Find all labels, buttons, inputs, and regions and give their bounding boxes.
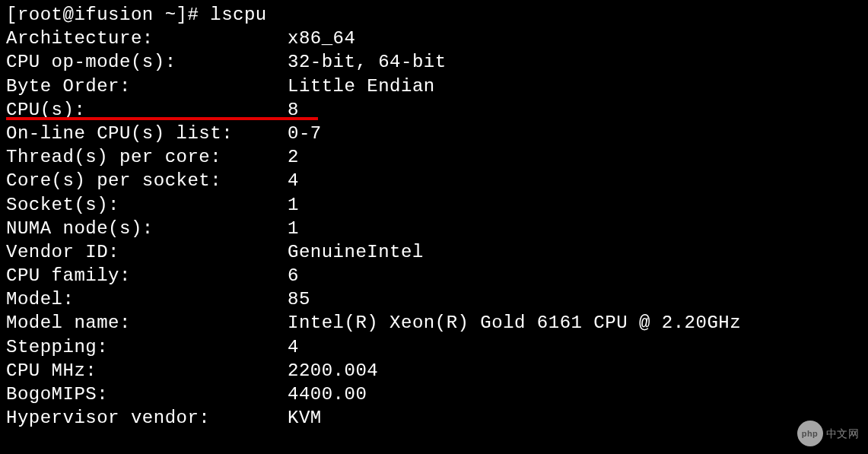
output-row: CPU op-mode(s):32-bit, 64-bit <box>6 50 862 74</box>
output-key: Model name: <box>6 311 288 335</box>
output-row: On-line CPU(s) list:0-7 <box>6 122 862 145</box>
output-row: CPU family:6 <box>6 264 862 287</box>
output-value: 2200.004 <box>288 360 378 381</box>
output-row: Thread(s) per core:2 <box>6 145 862 169</box>
output-value: 32-bit, 64-bit <box>288 52 447 72</box>
output-key: CPU family: <box>6 264 288 287</box>
output-value: 4400.00 <box>288 384 367 405</box>
watermark-label: 中文网 <box>826 427 860 440</box>
output-value: 4 <box>288 170 299 191</box>
output-key: Socket(s): <box>6 193 288 217</box>
output-row: Hypervisor vendor:KVM <box>6 406 862 430</box>
output-row: Byte Order:Little Endian <box>6 75 862 98</box>
shell-prompt: [root@ifusion ~]# <box>6 5 210 25</box>
output-row: NUMA node(s):1 <box>6 217 862 240</box>
highlight-underline <box>6 117 318 120</box>
output-value: 4 <box>288 337 299 357</box>
output-key: Architecture: <box>6 27 288 50</box>
output-row: Socket(s):1 <box>6 193 862 217</box>
output-value: Intel(R) Xeon(R) Gold 6161 CPU @ 2.20GHz <box>288 313 741 333</box>
output-key: Vendor ID: <box>6 240 288 264</box>
output-value: GenuineIntel <box>288 242 424 262</box>
output-key: CPU MHz: <box>6 359 288 383</box>
output-key: Stepping: <box>6 335 288 359</box>
watermark: php 中文网 <box>797 421 860 446</box>
output-value: 0-7 <box>288 123 322 144</box>
output-value: x86_64 <box>288 28 355 49</box>
output-row: Model:85 <box>6 287 862 311</box>
output-value: KVM <box>288 408 322 428</box>
output-key: Byte Order: <box>6 75 288 98</box>
output-value: Little Endian <box>288 76 435 97</box>
output-row: Stepping:4 <box>6 335 862 359</box>
output-row: Vendor ID:GenuineIntel <box>6 240 862 264</box>
output-key: NUMA node(s): <box>6 217 288 240</box>
output-row: Architecture:x86_64 <box>6 27 862 50</box>
output-value: 6 <box>288 265 299 286</box>
output-value: 1 <box>288 195 299 215</box>
watermark-logo-icon: php <box>797 421 823 446</box>
output-key: Thread(s) per core: <box>6 145 288 169</box>
output-key: Core(s) per socket: <box>6 169 288 192</box>
command-text: lscpu <box>210 5 267 25</box>
output-row: BogoMIPS:4400.00 <box>6 383 862 406</box>
output-value: 1 <box>288 218 299 239</box>
output-key: On-line CPU(s) list: <box>6 122 288 145</box>
output-value: 85 <box>288 289 310 310</box>
output-row: Core(s) per socket:4 <box>6 169 862 192</box>
output-key: BogoMIPS: <box>6 383 288 406</box>
output-key: Hypervisor vendor: <box>6 406 288 430</box>
output-key: CPU op-mode(s): <box>6 50 288 74</box>
output-value: 2 <box>288 147 299 167</box>
command-line[interactable]: [root@ifusion ~]# lscpu <box>6 3 862 27</box>
output-key: Model: <box>6 287 288 311</box>
output-row: CPU MHz:2200.004 <box>6 359 862 383</box>
output-row: Model name:Intel(R) Xeon(R) Gold 6161 CP… <box>6 311 862 335</box>
